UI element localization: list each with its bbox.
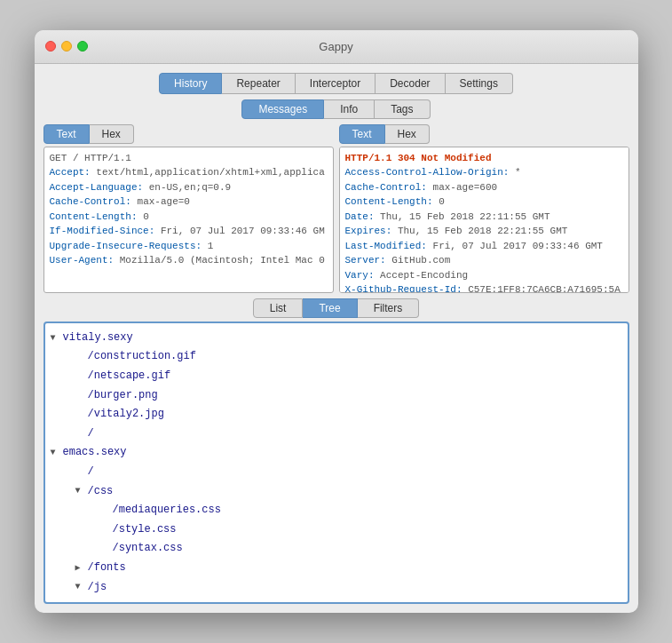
tree-label-burger: /burger.png (88, 386, 158, 406)
tree-label-syntax: /syntax.css (113, 539, 183, 559)
response-line-9: X-Github-Request-Id: C57E:1FF8:7CA6CB:A7… (345, 282, 623, 293)
subtab-tags[interactable]: Tags (375, 99, 430, 119)
tree-item-burger[interactable]: /burger.png (49, 386, 624, 406)
tree-label-fonts: /fonts (88, 559, 126, 578)
request-line-1: Accept: text/html,application/xhtml+xml,… (50, 165, 328, 180)
tree-label-emacs: emacs.sexy (63, 443, 127, 463)
tree-item-netscape[interactable]: /netscape.gif (49, 367, 624, 386)
tab-decoder[interactable]: Decoder (376, 73, 445, 94)
tab-repeater[interactable]: Repeater (222, 73, 295, 94)
tree-item-emacs-root[interactable]: / (49, 463, 624, 482)
request-line-0: GET / HTTP/1.1 (50, 151, 328, 166)
traffic-lights (45, 41, 88, 52)
tree-label-netscape: /netscape.gif (88, 367, 171, 386)
nav-tabs: History Repeater Interceptor Decoder Set… (43, 73, 629, 94)
main-content: History Repeater Interceptor Decoder Set… (35, 64, 638, 613)
tree-toggle-js: ▼ (75, 579, 88, 595)
tab-settings[interactable]: Settings (446, 73, 513, 94)
window-title: Gappy (319, 40, 352, 53)
response-line-1: Access-Control-Allow-Origin: * (345, 165, 623, 180)
tree-toggle-css: ▼ (75, 483, 88, 499)
tree-item-emacs-sexy[interactable]: ▼ emacs.sexy (49, 443, 624, 463)
response-line-0: HTTP/1.1 304 Not Modified (345, 151, 623, 166)
request-text-tab[interactable]: Text (43, 124, 90, 144)
tree-label-style: /style.css (113, 520, 177, 540)
response-panel-tabs: Text Hex (339, 124, 629, 144)
response-line-5: Expires: Thu, 15 Feb 2018 22:21:55 GMT (345, 224, 623, 239)
tree-label-css: /css (88, 482, 114, 502)
maximize-button[interactable] (77, 41, 88, 52)
tree-view[interactable]: ▼ vitaly.sexy /construction.gif /netscap… (43, 322, 629, 604)
response-content[interactable]: HTTP/1.1 304 Not Modified Access-Control… (339, 147, 629, 293)
response-line-7: Server: GitHub.com (345, 253, 623, 268)
tree-label-vitaly-root: / (88, 425, 94, 444)
titlebar: Gappy (35, 30, 638, 64)
sub-tabs: Messages Info Tags (43, 99, 629, 119)
tree-item-style[interactable]: /style.css (49, 520, 624, 540)
bottom-tabs: List Tree Filters (43, 298, 629, 318)
tree-label-construction: /construction.gif (88, 347, 196, 367)
tab-history[interactable]: History (159, 73, 222, 94)
subtab-messages[interactable]: Messages (241, 99, 324, 119)
request-line-7: User-Agent: Mozilla/5.0 (Macintosh; Inte… (50, 253, 328, 268)
tree-item-css[interactable]: ▼ /css (49, 482, 624, 502)
tree-item-vitaly-root[interactable]: / (49, 425, 624, 444)
tree-label-js: /js (88, 578, 107, 598)
request-panel: Text Hex GET / HTTP/1.1 Accept: text/htm… (43, 124, 334, 293)
tree-item-mediaqueries[interactable]: /mediaqueries.css (49, 501, 624, 520)
request-line-2: Accept-Language: en-US,en;q=0.9 (50, 180, 328, 195)
tree-label-vitaly2: /vitaly2.jpg (88, 405, 164, 425)
request-line-5: If-Modified-Since: Fri, 07 Jul 2017 09:3… (50, 224, 328, 239)
request-response-panels: Text Hex GET / HTTP/1.1 Accept: text/htm… (43, 124, 629, 293)
tree-item-syntax[interactable]: /syntax.css (49, 539, 624, 559)
response-text-tab[interactable]: Text (339, 124, 385, 144)
tree-toggle-emacs: ▼ (51, 445, 63, 461)
request-line-3: Cache-Control: max-age=0 (50, 194, 328, 210)
tab-interceptor[interactable]: Interceptor (296, 73, 376, 94)
tree-label-vitaly: vitaly.sexy (63, 329, 133, 348)
app-window: Gappy History Repeater Interceptor Decod… (35, 30, 638, 613)
response-panel: Text Hex HTTP/1.1 304 Not Modified Acces… (339, 124, 629, 293)
tree-label-mediaqueries: /mediaqueries.css (113, 501, 221, 520)
close-button[interactable] (45, 41, 56, 52)
response-line-6: Last-Modified: Fri, 07 Jul 2017 09:33:46… (345, 239, 623, 254)
response-line-3: Content-Length: 0 (345, 194, 623, 210)
bottom-tab-list[interactable]: List (253, 298, 304, 318)
tree-item-fonts[interactable]: ▶ /fonts (49, 559, 624, 578)
request-hex-tab[interactable]: Hex (90, 124, 134, 144)
tree-toggle-vitaly: ▼ (51, 330, 63, 346)
tree-label-emacs-root: / (88, 463, 94, 482)
response-line-8: Vary: Accept-Encoding (345, 268, 623, 283)
response-line-4: Date: Thu, 15 Feb 2018 22:11:55 GMT (345, 210, 623, 225)
request-panel-tabs: Text Hex (43, 124, 334, 144)
tree-item-js[interactable]: ▼ /js (49, 578, 624, 598)
tree-toggle-fonts: ▶ (75, 560, 88, 576)
request-line-4: Content-Length: 0 (50, 210, 328, 225)
subtab-info[interactable]: Info (324, 99, 375, 119)
bottom-panel: List Tree Filters ▼ vitaly.sexy /constru… (43, 298, 629, 604)
tree-item-vitaly2[interactable]: /vitaly2.jpg (49, 405, 624, 425)
tree-item-vitaly-sexy[interactable]: ▼ vitaly.sexy (49, 329, 624, 348)
minimize-button[interactable] (61, 41, 72, 52)
bottom-tab-tree[interactable]: Tree (303, 298, 357, 318)
tree-item-construction[interactable]: /construction.gif (49, 347, 624, 367)
request-line-6: Upgrade-Insecure-Requests: 1 (50, 239, 328, 254)
response-line-2: Cache-Control: max-age=600 (345, 180, 623, 195)
bottom-tab-filters[interactable]: Filters (358, 298, 420, 318)
request-content[interactable]: GET / HTTP/1.1 Accept: text/html,applica… (43, 147, 334, 293)
response-hex-tab[interactable]: Hex (385, 124, 430, 144)
